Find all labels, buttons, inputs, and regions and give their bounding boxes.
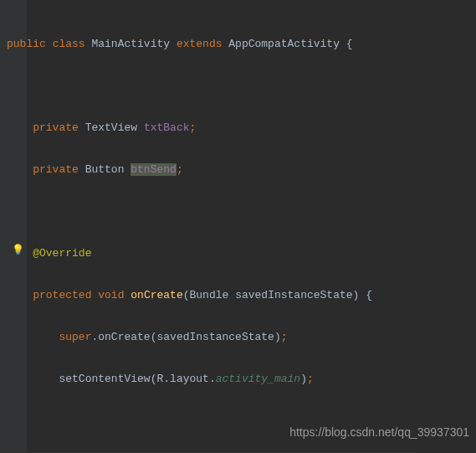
brace: { [346, 38, 353, 50]
keyword: extends [177, 38, 223, 50]
paren: ) [274, 331, 281, 343]
typename: TextView [85, 121, 137, 134]
code-line: public class MainActivity extends AppCom… [0, 33, 418, 54]
code-line [0, 75, 418, 96]
param: savedInstanceState [156, 331, 274, 343]
semicolon: ; [307, 373, 314, 385]
typename: Button [85, 163, 125, 176]
keyword: super [59, 331, 91, 343]
dot: . [163, 373, 170, 385]
paren: ) [353, 289, 360, 301]
field-selected: btnSend [131, 163, 177, 176]
keyword: class [53, 38, 85, 50]
field: txtBack [144, 121, 190, 134]
keyword: void [98, 289, 124, 301]
typename: Bundle [190, 289, 229, 301]
code-editor[interactable]: public class MainActivity extends AppCom… [0, 0, 418, 453]
code-line: super.onCreate(savedInstanceState); [0, 327, 418, 347]
code-line: setContentView(R.layout.activity_main); [0, 368, 418, 389]
code-line: protected void onCreate(Bundle savedInst… [0, 285, 418, 306]
semicolon: ; [177, 163, 183, 176]
method: onCreate [131, 289, 182, 301]
annotation: @Override [33, 247, 91, 260]
paren: ) [300, 373, 307, 385]
classname: MainActivity [91, 38, 170, 50]
code-line: private TextView txtBack; [0, 117, 418, 138]
method-call: setContentView [59, 373, 150, 385]
param: savedInstanceState [235, 289, 352, 301]
dot: . [209, 373, 216, 385]
keyword: protected [33, 289, 91, 301]
code-line [0, 201, 418, 222]
keyword: private [33, 121, 79, 134]
keyword: public [7, 38, 46, 50]
field: layout [170, 373, 209, 385]
code-line: private Button btnSend; [0, 159, 418, 180]
paren: ( [183, 289, 190, 301]
keyword: private [33, 163, 79, 176]
semicolon: ; [189, 121, 196, 134]
resource-id: activity_main [216, 373, 300, 385]
code-line: @Override [0, 243, 418, 264]
watermark: https://blog.csdn.net/qq_39937301 [289, 422, 469, 443]
classname: AppCompatActivity [228, 38, 340, 50]
brace: { [366, 289, 372, 301]
method-call: onCreate [98, 331, 150, 343]
semicolon: ; [281, 331, 288, 343]
